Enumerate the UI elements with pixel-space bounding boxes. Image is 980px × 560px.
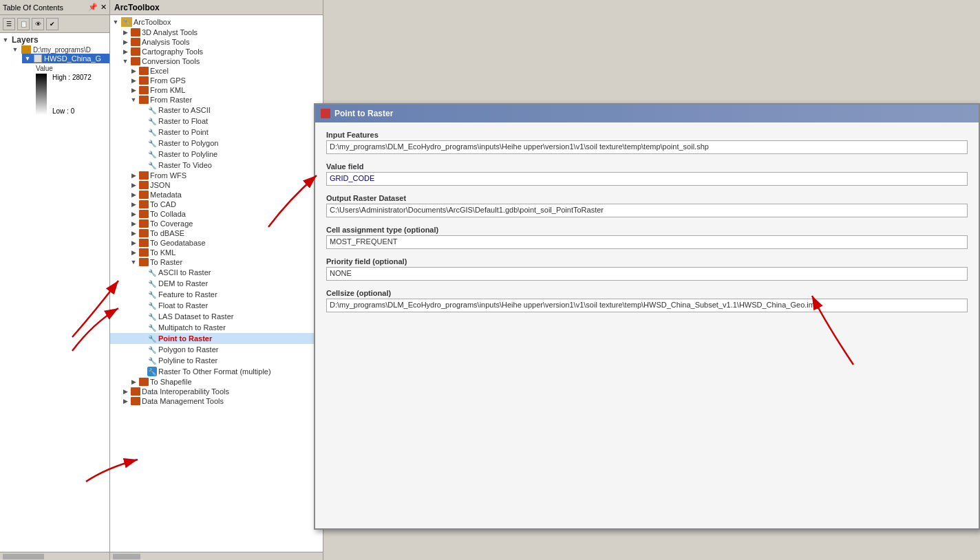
cell-assignment-value[interactable]: MOST_FREQUENT — [326, 235, 968, 249]
value-field-value[interactable]: GRID_CODE — [326, 172, 968, 186]
cartography-toggle[interactable]: ▶ — [121, 47, 129, 56]
toc-vis-view-button[interactable]: 👁 — [32, 18, 44, 30]
tool-raster-to-float[interactable]: ▶ 🔧 Raster to Float — [110, 116, 323, 127]
to-geodatabase-toggle[interactable]: ▶ — [129, 239, 138, 247]
priority-value[interactable]: NONE — [326, 267, 968, 281]
tool-point-to-raster[interactable]: ▶ 🔧 Point to Raster — [110, 333, 323, 344]
raster-to-polyline-label: Raster to Polyline — [158, 150, 217, 158]
wrench-icon-dem-raster: 🔧 — [147, 279, 157, 288]
tool-raster-to-polygon[interactable]: ▶ 🔧 Raster to Polygon — [110, 138, 323, 149]
data-interop-toggle[interactable]: ▶ — [121, 387, 129, 396]
tool-las-to-raster[interactable]: ▶ 🔧 LAS Dataset to Raster — [110, 311, 323, 322]
layer-selected-row[interactable]: ▼ HWSD_China_G — [22, 54, 109, 63]
toolbox-from-gps[interactable]: ▶ From GPS — [110, 76, 323, 85]
from-raster-toggle[interactable]: ▼ — [129, 96, 138, 104]
feature-to-raster-label: Feature to Raster — [158, 290, 217, 299]
toolbox-root[interactable]: ▼ 🔧 ArcToolbox — [110, 17, 323, 28]
toolbox-conversion[interactable]: ▼ Conversion Tools — [110, 56, 323, 66]
layer-folder-toggle[interactable]: ▼ — [11, 45, 19, 54]
toolbox-to-dbase[interactable]: ▶ To dBASE — [110, 228, 323, 238]
toolbox-json[interactable]: ▶ JSON — [110, 180, 323, 190]
metadata-toggle[interactable]: ▶ — [129, 191, 138, 199]
to-coverage-toggle[interactable]: ▶ — [129, 219, 138, 228]
tool-multipatch-to-raster[interactable]: ▶ 🔧 Multipatch to Raster — [110, 322, 323, 333]
field-output-raster: Output Raster Dataset C:\Users\Administr… — [326, 194, 968, 217]
cellsize-label: Cellsize (optional) — [326, 289, 968, 297]
tool-feature-to-raster[interactable]: ▶ 🔧 Feature to Raster — [110, 289, 323, 300]
from-gps-toggle[interactable]: ▶ — [129, 76, 138, 85]
toolbox-data-interop[interactable]: ▶ Data Interoperability Tools — [110, 387, 323, 396]
layer-checkbox[interactable] — [34, 54, 42, 63]
wrench-icon-multipatch-raster: 🔧 — [147, 323, 157, 332]
layer-toggle[interactable]: ▼ — [23, 54, 32, 63]
excel-toggle[interactable]: ▶ — [129, 67, 138, 75]
tool-ascii-to-raster[interactable]: ▶ 🔧 ASCII to Raster — [110, 267, 323, 278]
tool-raster-to-ascii[interactable]: ▶ 🔧 Raster to ASCII — [110, 105, 323, 116]
toolbox-scrollbar[interactable] — [110, 552, 323, 560]
toolbox-to-raster[interactable]: ▼ To Raster — [110, 257, 323, 267]
toolbox-from-wfs[interactable]: ▶ From WFS — [110, 171, 323, 180]
to-cad-toggle[interactable]: ▶ — [129, 200, 138, 208]
to-raster-toggle[interactable]: ▼ — [129, 258, 138, 266]
toolbox-to-shapefile[interactable]: ▶ To Shapefile — [110, 377, 323, 387]
from-wfs-toggle[interactable]: ▶ — [129, 171, 138, 180]
tool-raster-other-format[interactable]: ▶ 🔧 Raster To Other Format (multiple) — [110, 366, 323, 377]
tool-float-to-raster[interactable]: ▶ 🔧 Float to Raster — [110, 300, 323, 311]
toolbox-to-kml[interactable]: ▶ To KML — [110, 248, 323, 257]
wrench-icon-raster-ascii: 🔧 — [147, 105, 157, 115]
toolbox-to-coverage[interactable]: ▶ To Coverage — [110, 219, 323, 228]
toc-close-icon[interactable]: ✕ — [100, 3, 107, 12]
toc-select-view-button[interactable]: ✔ — [46, 18, 58, 30]
to-collada-toggle[interactable]: ▶ — [129, 210, 138, 218]
toolbox-metadata[interactable]: ▶ Metadata — [110, 190, 323, 200]
input-features-value[interactable]: D:\my_programs\DLM_EcoHydro_programs\inp… — [326, 140, 968, 154]
from-kml-toggle[interactable]: ▶ — [129, 86, 138, 94]
to-dbase-toggle[interactable]: ▶ — [129, 229, 138, 237]
toc-scrollbar[interactable] — [0, 552, 109, 560]
toolbox-from-kml[interactable]: ▶ From KML — [110, 85, 323, 95]
wrench-icon-feature-raster: 🔧 — [147, 290, 157, 299]
toc-toolbar: ☰ 📋 👁 ✔ — [0, 15, 109, 33]
data-mgmt-toggle[interactable]: ▶ — [121, 397, 129, 405]
toolbox-data-mgmt[interactable]: ▶ Data Management Tools — [110, 396, 323, 406]
toolbox-from-raster[interactable]: ▼ From Raster — [110, 95, 323, 105]
output-raster-value[interactable]: C:\Users\Administrator\Documents\ArcGIS\… — [326, 204, 968, 217]
layers-toggle[interactable]: ▼ — [1, 36, 10, 44]
to-kml-toggle[interactable]: ▶ — [129, 248, 138, 257]
toolbox-to-cad[interactable]: ▶ To CAD — [110, 200, 323, 209]
tool-dem-to-raster[interactable]: ▶ 🔧 DEM to Raster — [110, 278, 323, 289]
toc-pin-icon[interactable]: 📌 — [88, 3, 98, 12]
raster-to-polygon-label: Raster to Polygon — [158, 139, 218, 147]
conversion-toggle[interactable]: ▼ — [121, 57, 129, 65]
metadata-label: Metadata — [150, 191, 182, 199]
layer-legend: Value High : 28072 Low : 0 — [22, 63, 109, 116]
toolbox-3d-analyst[interactable]: ▶ 3D Analyst Tools — [110, 28, 323, 37]
tool-raster-to-point[interactable]: ▶ 🔧 Raster to Point — [110, 127, 323, 138]
toc-source-view-button[interactable]: 📋 — [17, 18, 30, 30]
analysis-toggle[interactable]: ▶ — [121, 38, 129, 46]
wrench-icon-point-raster: 🔧 — [147, 334, 157, 343]
tool-raster-to-polyline[interactable]: ▶ 🔧 Raster to Polyline — [110, 149, 323, 160]
tool-raster-to-video[interactable]: ▶ 🔧 Raster To Video — [110, 160, 323, 171]
root-toggle[interactable]: ▼ — [111, 18, 120, 26]
wrench-icon-raster-video: 🔧 — [147, 160, 157, 170]
tool-polyline-to-raster[interactable]: ▶ 🔧 Polyline to Raster — [110, 355, 323, 366]
from-gps-label: From GPS — [150, 76, 186, 85]
toolbox-cartography[interactable]: ▶ Cartography Tools — [110, 47, 323, 56]
toolbox-to-geodatabase[interactable]: ▶ To Geodatabase — [110, 238, 323, 248]
toolbox-excel[interactable]: ▶ Excel — [110, 66, 323, 76]
3d-toggle[interactable]: ▶ — [121, 28, 129, 36]
toolbox-to-collada[interactable]: ▶ To Collada — [110, 209, 323, 219]
json-toggle[interactable]: ▶ — [129, 181, 138, 189]
toc-scrollbar-thumb[interactable] — [3, 554, 44, 559]
toolbox-header: ArcToolbox — [110, 0, 323, 15]
toolbox-analysis[interactable]: ▶ Analysis Tools — [110, 37, 323, 47]
tool-polygon-to-raster[interactable]: ▶ 🔧 Polygon to Raster — [110, 344, 323, 355]
layer-folder-row[interactable]: ▼ D:\my_programs\D — [11, 45, 109, 54]
analysis-label: Analysis Tools — [142, 38, 190, 46]
toc-list-view-button[interactable]: ☰ — [3, 18, 15, 30]
las-to-raster-label: LAS Dataset to Raster — [158, 312, 233, 321]
toolbox-scrollbar-thumb[interactable] — [113, 554, 140, 559]
cellsize-value[interactable]: D:\my_programs\DLM_EcoHydro_programs\inp… — [326, 299, 968, 312]
to-shapefile-toggle[interactable]: ▶ — [129, 378, 138, 386]
